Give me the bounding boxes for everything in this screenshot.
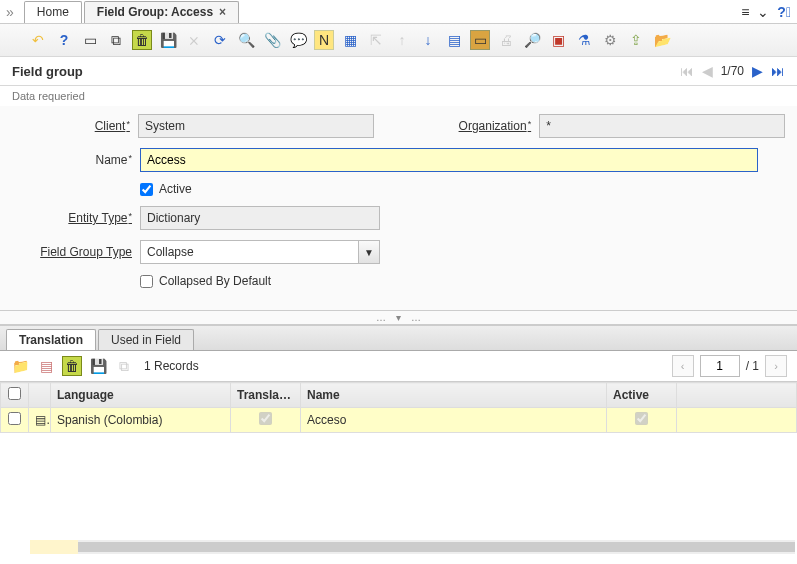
- panel-divider[interactable]: …▾…: [0, 311, 797, 325]
- search-icon[interactable]: 🔍: [236, 30, 256, 50]
- tab-home[interactable]: Home: [24, 1, 82, 23]
- subtab-translation[interactable]: Translation: [6, 329, 96, 350]
- new-icon[interactable]: ▭: [80, 30, 100, 50]
- translation-grid: Language Translated Name Active ▤ Spanis…: [0, 382, 797, 433]
- form-area: Client System Organization * Name Active…: [0, 106, 797, 311]
- delete-icon[interactable]: 🗑: [132, 30, 152, 50]
- client-field[interactable]: System: [138, 114, 374, 138]
- prev-record-icon[interactable]: ◀: [702, 63, 713, 79]
- col-name[interactable]: Name: [301, 383, 607, 408]
- help-toolbar-icon[interactable]: ?: [54, 30, 74, 50]
- chevron-down-icon[interactable]: ⌄: [757, 4, 769, 20]
- organization-label: Organization: [374, 119, 531, 133]
- copy-icon[interactable]: ⧉: [106, 30, 126, 50]
- folder-icon[interactable]: 📁: [10, 356, 30, 376]
- chat-icon[interactable]: 💬: [288, 30, 308, 50]
- name-input[interactable]: [140, 148, 758, 172]
- chevron-down-icon[interactable]: ▼: [358, 240, 380, 264]
- menu-icon[interactable]: ≡: [741, 4, 749, 20]
- up-icon[interactable]: ↑: [392, 30, 412, 50]
- cell-translated-checkbox: [259, 412, 272, 425]
- attach-icon[interactable]: 📎: [262, 30, 282, 50]
- import-icon[interactable]: 📂: [652, 30, 672, 50]
- down-icon[interactable]: ↓: [418, 30, 438, 50]
- grid-page-total: / 1: [746, 359, 759, 373]
- row-edit-icon[interactable]: ▤: [29, 408, 51, 433]
- col-active[interactable]: Active: [607, 383, 677, 408]
- col-translated[interactable]: Translated: [231, 383, 301, 408]
- main-toolbar: ↶ ? ▭ ⧉ 🗑 💾 ⨯ ⟳ 🔍 📎 💬 N ▦ ⇱ ↑ ↓ ▤ ▭ 🖨 🔎 …: [0, 24, 797, 57]
- cancel-sub-icon[interactable]: ⧉: [114, 356, 134, 376]
- archive-icon[interactable]: ▭: [470, 30, 490, 50]
- active-label: Active: [159, 182, 192, 196]
- field-group-type-label: Field Group Type: [12, 245, 132, 259]
- first-record-icon[interactable]: ⏮: [680, 63, 694, 79]
- print-icon[interactable]: 🖨: [496, 30, 516, 50]
- grid-toolbar: 📁 ▤ 🗑 💾 ⧉ 1 Records ‹ / 1 ›: [0, 351, 797, 382]
- name-label: Name: [12, 153, 132, 167]
- cell-name: Acceso: [301, 408, 607, 433]
- sub-tabs-bar: Translation Used in Field: [0, 325, 797, 351]
- note-icon[interactable]: N: [314, 30, 334, 50]
- grid-icon[interactable]: ▦: [340, 30, 360, 50]
- entity-type-field[interactable]: Dictionary: [140, 206, 380, 230]
- tab-field-group-access[interactable]: Field Group: Access ×: [84, 1, 239, 23]
- zoom-icon[interactable]: 🔎: [522, 30, 542, 50]
- save-sub-icon[interactable]: 💾: [88, 356, 108, 376]
- section-header: Field group ⏮ ◀ 1/70 ▶ ⏭: [0, 57, 797, 86]
- subtab-used-in-field[interactable]: Used in Field: [98, 329, 194, 350]
- table-row[interactable]: ▤ Spanish (Colombia) Acceso: [1, 408, 797, 433]
- close-tab-icon[interactable]: ×: [219, 5, 226, 19]
- process-icon[interactable]: ▣: [548, 30, 568, 50]
- report-sub-icon[interactable]: ▤: [36, 356, 56, 376]
- client-label: Client: [12, 119, 130, 133]
- undo-icon[interactable]: ↶: [28, 30, 48, 50]
- cell-active-checkbox: [635, 412, 648, 425]
- organization-field[interactable]: *: [539, 114, 785, 138]
- active-checkbox[interactable]: [140, 183, 153, 196]
- select-all-checkbox[interactable]: [8, 387, 21, 400]
- section-pager: ⏮ ◀ 1/70 ▶ ⏭: [680, 63, 785, 79]
- gear-icon[interactable]: ⚙: [600, 30, 620, 50]
- field-group-type-combo[interactable]: Collapse ▼: [140, 240, 380, 264]
- grid-next-page[interactable]: ›: [765, 355, 787, 377]
- cell-language: Spanish (Colombia): [51, 408, 231, 433]
- pager-text: 1/70: [721, 64, 744, 78]
- delete-sub-icon[interactable]: 🗑: [62, 356, 82, 376]
- row-select-checkbox[interactable]: [8, 412, 21, 425]
- report-icon[interactable]: ▤: [444, 30, 464, 50]
- entity-type-label: Entity Type: [12, 211, 132, 225]
- export-icon[interactable]: ⇪: [626, 30, 646, 50]
- collapsed-default-checkbox[interactable]: [140, 275, 153, 288]
- expand-panel-icon[interactable]: »: [6, 4, 14, 20]
- help-icon[interactable]: ?⃝: [777, 4, 791, 20]
- next-record-icon[interactable]: ▶: [752, 63, 763, 79]
- section-title: Field group: [12, 64, 680, 79]
- status-text: Data requeried: [0, 86, 797, 106]
- parent-icon[interactable]: ⇱: [366, 30, 386, 50]
- workflow-icon[interactable]: ⚗: [574, 30, 594, 50]
- save-icon[interactable]: 💾: [158, 30, 178, 50]
- records-count: 1 Records: [144, 359, 199, 373]
- grid-page-input[interactable]: [700, 355, 740, 377]
- collapsed-default-label: Collapsed By Default: [159, 274, 271, 288]
- refresh-icon[interactable]: ⟳: [210, 30, 230, 50]
- grid-prev-page[interactable]: ‹: [672, 355, 694, 377]
- horizontal-scrollbar[interactable]: [30, 540, 795, 554]
- app-tabs-bar: » Home Field Group: Access × ≡ ⌄ ?⃝: [0, 0, 797, 24]
- cancel-icon[interactable]: ⨯: [184, 30, 204, 50]
- col-language[interactable]: Language: [51, 383, 231, 408]
- last-record-icon[interactable]: ⏭: [771, 63, 785, 79]
